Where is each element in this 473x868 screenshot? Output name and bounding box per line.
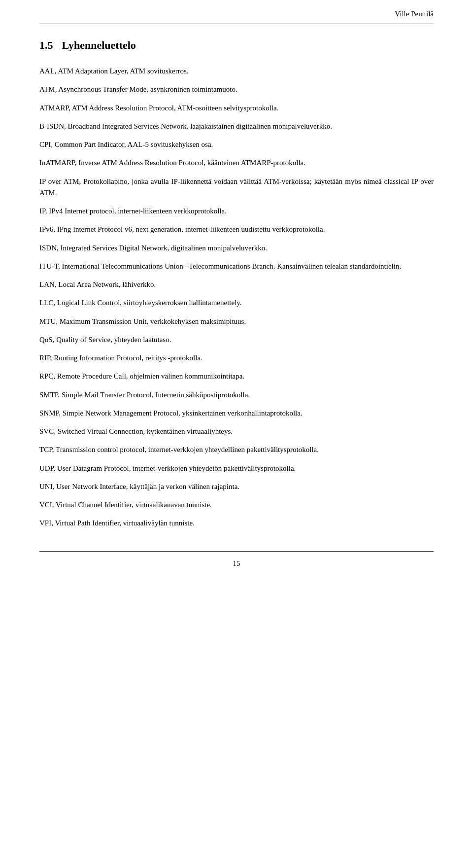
list-item: TCP, Transmission control protocol, inte… xyxy=(39,444,434,455)
header-author: Ville Penttilä xyxy=(395,10,434,18)
page-number: 15 xyxy=(39,559,434,568)
list-item: RIP, Routing Information Protocol, reiti… xyxy=(39,352,434,364)
section-title: 1.5Lyhenneluettelo xyxy=(39,39,434,52)
list-item: ITU-T, International Telecommunications … xyxy=(39,261,434,272)
bottom-divider xyxy=(39,551,434,552)
list-item: SNMP, Simple Network Management Protocol… xyxy=(39,408,434,419)
list-item: SVC, Switched Virtual Connection, kytken… xyxy=(39,426,434,437)
top-divider xyxy=(39,24,434,24)
list-item: CPI, Common Part Indicator, AAL-5 sovitu… xyxy=(39,139,434,150)
list-item: B-ISDN, Broadband Integrated Services Ne… xyxy=(39,121,434,132)
section-number: 1.5 xyxy=(39,39,53,51)
list-item: IPv6, IPng Internet Protocol v6, next ge… xyxy=(39,224,434,235)
list-item: VCI, Virtual Channel Identifier, virtuaa… xyxy=(39,499,434,511)
list-item: LAN, Local Area Network, lähiverkko. xyxy=(39,279,434,290)
list-item: RPC, Remote Procedure Call, ohjelmien vä… xyxy=(39,371,434,382)
list-item: IP, IPv4 Internet protocol, internet-lii… xyxy=(39,206,434,217)
list-item: MTU, Maximum Transmission Unit, verkkoke… xyxy=(39,316,434,327)
list-item: AAL, ATM Adaptation Layer, ATM sovituske… xyxy=(39,66,434,77)
list-item: InATMARP, Inverse ATM Address Resolution… xyxy=(39,157,434,169)
list-item: VPI, Virtual Path Identifier, virtuaaliv… xyxy=(39,518,434,529)
list-item: QoS, Quality of Service, yhteyden laatut… xyxy=(39,334,434,346)
entries-list: AAL, ATM Adaptation Layer, ATM sovituske… xyxy=(39,66,434,536)
list-item: SMTP, Simple Mail Transfer Protocol, Int… xyxy=(39,389,434,401)
list-item: ATM, Asynchronous Transfer Mode, asynkro… xyxy=(39,84,434,95)
list-item: UNI, User Network Interface, käyttäjän j… xyxy=(39,481,434,492)
list-item: UDP, User Datagram Protocol, internet-ve… xyxy=(39,463,434,474)
list-item: IP over ATM, Protokollapino, jonka avull… xyxy=(39,176,434,199)
list-item: LLC, Logical Link Control, siirtoyhteysk… xyxy=(39,297,434,309)
list-item: ATMARP, ATM Address Resolution Protocol,… xyxy=(39,103,434,114)
page-container: Ville Penttilä 1.5Lyhenneluettelo AAL, A… xyxy=(0,0,473,868)
section-heading: Lyhenneluettelo xyxy=(62,39,136,51)
list-item: ISDN, Integrated Services Digital Networ… xyxy=(39,243,434,254)
